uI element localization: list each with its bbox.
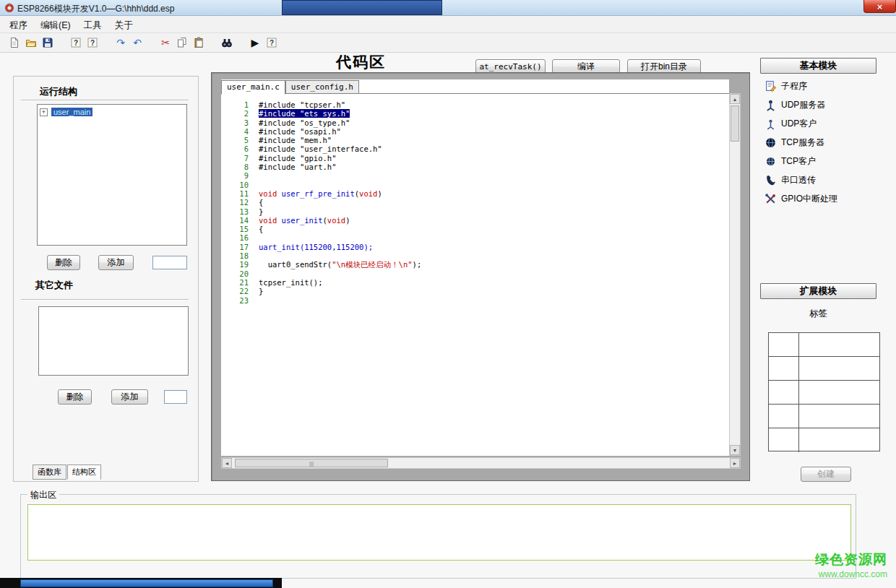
- redo-icon[interactable]: ↷: [113, 35, 128, 50]
- undo-icon[interactable]: ↶: [130, 35, 145, 50]
- scroll-left-arrow[interactable]: ◄: [222, 458, 232, 468]
- output-box[interactable]: [27, 504, 851, 561]
- tag-table-cell[interactable]: [799, 357, 879, 380]
- watermark-site-name: 绿色资源网: [815, 550, 887, 569]
- line-number: 13: [221, 207, 259, 216]
- copy-icon[interactable]: [175, 35, 189, 50]
- tag-table-cell[interactable]: [769, 428, 799, 452]
- horizontal-scrollbar[interactable]: ◄ ||| ►: [221, 457, 741, 469]
- vertical-scrollbar[interactable]: ▲ ▼: [729, 93, 741, 456]
- module-item-tcp-server[interactable]: TCP服务器: [764, 133, 880, 152]
- code-text: void: [259, 216, 282, 225]
- line-number: 2: [221, 109, 259, 118]
- tab-structure-area[interactable]: 结构区: [67, 464, 101, 480]
- code-editor[interactable]: 1#include "tcpser.h"2#include "ets_sys.h…: [221, 93, 729, 456]
- tag-table-cell[interactable]: [769, 381, 799, 404]
- tree-item-user-main[interactable]: + user_main: [38, 105, 186, 119]
- line-number: 11: [221, 189, 259, 198]
- extended-modules-button[interactable]: 扩展模块: [760, 283, 876, 299]
- module-item-udp-client[interactable]: UDP客户: [764, 114, 880, 133]
- code-text: );: [413, 260, 422, 269]
- save-icon[interactable]: [40, 35, 55, 50]
- new-file-icon[interactable]: [7, 35, 22, 50]
- scroll-down-arrow[interactable]: ▼: [730, 445, 740, 455]
- code-line: 4#include "osapi.h": [221, 127, 729, 136]
- menu-item-about[interactable]: 关于: [108, 18, 139, 33]
- toolbar-group: ✂: [158, 35, 208, 50]
- cut-icon[interactable]: ✂: [158, 35, 173, 50]
- tag-table-cell[interactable]: [799, 333, 879, 356]
- menu-item-program[interactable]: 程序: [3, 18, 34, 33]
- code-line: 10: [221, 181, 729, 189]
- line-number: 21: [221, 278, 259, 287]
- line-number: 20: [221, 269, 259, 278]
- tag-label: 标签: [760, 308, 876, 320]
- code-text: #include "user_interface.h": [259, 144, 382, 153]
- toolbar-group: [7, 35, 57, 50]
- tree-expander-icon[interactable]: +: [40, 108, 48, 116]
- file-name-input[interactable]: [164, 390, 187, 404]
- tag-table-cell[interactable]: [799, 381, 879, 404]
- basic-modules-button[interactable]: 基本模块: [760, 58, 876, 74]
- tag-table-row: [769, 333, 879, 357]
- tag-table-cell[interactable]: [799, 405, 879, 428]
- delete-file-button[interactable]: 删除: [58, 389, 92, 405]
- code-text: {: [259, 225, 263, 233]
- run-icon[interactable]: ▶: [248, 35, 262, 50]
- editor-tab-user-main-c[interactable]: user_main.c: [221, 80, 285, 95]
- open-folder-icon[interactable]: [24, 35, 38, 50]
- help-icon[interactable]: ?: [69, 35, 83, 50]
- close-button[interactable]: ×: [863, 0, 896, 13]
- menu-item-edit[interactable]: 编辑(E): [34, 18, 77, 33]
- structure-name-input[interactable]: [152, 256, 187, 269]
- module-item-udp-server[interactable]: UDP服务器: [764, 95, 880, 114]
- title-bar[interactable]: ESP8266模块开发V1.0—G:\hhh\ddd.esp ×: [0, 0, 896, 16]
- code-line: 19 uart0_sendStr("\n模块已经启动！\n");: [221, 260, 729, 269]
- tag-table-cell[interactable]: [769, 357, 799, 380]
- line-number: 10: [221, 181, 259, 189]
- create-button[interactable]: 创建: [801, 467, 851, 482]
- delete-structure-button[interactable]: 删除: [47, 255, 80, 270]
- run-structure-tree[interactable]: + user_main: [37, 104, 187, 246]
- tag-table-row: [769, 405, 879, 428]
- code-text: #include "ets_sys.h": [259, 109, 350, 118]
- help-icon[interactable]: ?: [264, 35, 279, 50]
- code-text: {: [259, 198, 263, 207]
- code-line: 16: [221, 233, 729, 242]
- add-structure-button[interactable]: 添加: [98, 255, 134, 270]
- help-icon[interactable]: ?: [85, 35, 100, 50]
- other-files-label: 其它文件: [35, 279, 73, 292]
- line-number: 1: [221, 100, 259, 109]
- tag-table-cell[interactable]: [769, 405, 799, 428]
- structure-panel: 运行结构 + user_main 删除 添加 其它文件 删除 添加 函数库结构区: [13, 76, 199, 482]
- horizontal-scroll-thumb[interactable]: |||: [235, 459, 388, 467]
- menu-item-tools[interactable]: 工具: [77, 18, 108, 33]
- scroll-up-arrow[interactable]: ▲: [730, 94, 740, 104]
- tag-table-cell[interactable]: [769, 333, 799, 356]
- add-file-button[interactable]: 添加: [111, 389, 148, 405]
- paste-icon[interactable]: [191, 35, 206, 50]
- line-number: 19: [221, 260, 259, 269]
- module-item-serial-passthrough[interactable]: 串口透传: [764, 170, 880, 189]
- svg-text:?: ?: [270, 39, 274, 47]
- other-files-list[interactable]: [38, 306, 189, 376]
- tag-table-cell[interactable]: [799, 428, 879, 452]
- tab-function-library[interactable]: 函数库: [33, 464, 66, 480]
- toolbar-group: [220, 35, 236, 50]
- code-line: 12{: [221, 198, 729, 207]
- find-icon[interactable]: [220, 35, 234, 50]
- module-item-gpio-interrupt[interactable]: GPIO中断处理: [764, 189, 880, 208]
- code-line: 14void user_init(void): [221, 216, 729, 225]
- tag-table[interactable]: [768, 332, 880, 451]
- tag-table-row: [769, 357, 879, 381]
- vertical-scroll-thumb[interactable]: [731, 105, 739, 142]
- module-label: GPIO中断处理: [781, 193, 837, 205]
- scroll-right-arrow[interactable]: ►: [730, 458, 740, 468]
- module-item-subroutine[interactable]: 子程序: [764, 77, 880, 95]
- code-line: 20: [221, 269, 729, 278]
- line-number: 3: [221, 118, 259, 127]
- editor-tab-user-config-h[interactable]: user_config.h: [285, 80, 359, 95]
- code-text: #include "uart.h": [259, 163, 336, 171]
- code-text: #include "tcpser.h": [259, 100, 345, 109]
- module-item-tcp-client[interactable]: TCP客户: [764, 152, 880, 170]
